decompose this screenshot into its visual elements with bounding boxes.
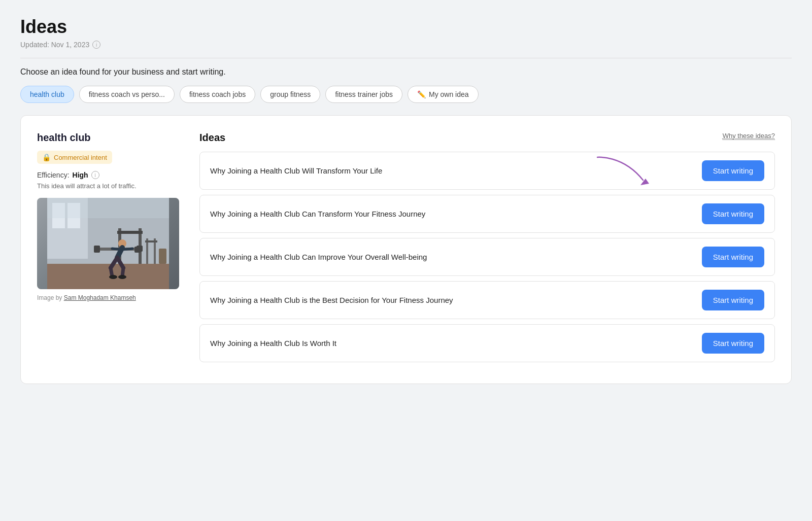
start-writing-button-4[interactable]: Start writing: [702, 290, 764, 310]
svg-point-23: [118, 275, 126, 279]
svg-rect-14: [94, 247, 100, 253]
commercial-intent-badge: 🔒 Commercial intent: [37, 151, 112, 164]
info-icon[interactable]: i: [92, 41, 100, 49]
start-writing-button-5[interactable]: Start writing: [702, 333, 764, 354]
left-panel: health club 🔒 Commercial intent Efficien…: [37, 132, 179, 367]
gym-image: [37, 198, 179, 289]
idea-text-1: Why Joining a Health Club Will Transform…: [210, 165, 694, 176]
svg-point-22: [109, 275, 117, 279]
tab-my-own-idea[interactable]: ✏️ My own idea: [408, 86, 479, 103]
tab-label: fitness coach vs perso...: [89, 90, 165, 98]
tabs-row: health club fitness coach vs perso... fi…: [20, 86, 792, 103]
idea-text-2: Why Joining a Health Club Can Transform …: [210, 209, 694, 219]
tab-fitness-coach-jobs[interactable]: fitness coach jobs: [180, 86, 255, 103]
svg-rect-26: [145, 240, 157, 242]
efficiency-row: Efficiency: High i: [37, 171, 179, 179]
svg-rect-27: [159, 249, 166, 264]
start-writing-button-1[interactable]: Start writing: [702, 160, 764, 181]
image-credit-text: Image by: [37, 294, 64, 301]
svg-rect-4: [47, 264, 169, 289]
svg-rect-28: [47, 198, 169, 218]
right-panel-header: Ideas Why these ideas?: [199, 132, 775, 144]
efficiency-desc: This idea will attract a lot of traffic.: [37, 182, 179, 190]
tab-health-club[interactable]: health club: [20, 86, 74, 103]
svg-rect-7: [117, 231, 143, 234]
efficiency-info-icon[interactable]: i: [91, 171, 99, 179]
right-panel: Ideas Why these ideas? Why Joining a Hea…: [199, 132, 775, 367]
tab-label: fitness coach jobs: [189, 90, 246, 98]
efficiency-value: High: [73, 171, 88, 179]
tab-fitness-trainer-jobs[interactable]: fitness trainer jobs: [325, 86, 402, 103]
tab-label: health club: [30, 90, 64, 98]
idea-text-3: Why Joining a Health Club Can Improve Yo…: [210, 252, 694, 262]
tab-label: My own idea: [429, 90, 469, 98]
left-panel-title: health club: [37, 132, 179, 144]
svg-rect-15: [134, 247, 141, 253]
efficiency-label: Efficiency:: [37, 171, 70, 179]
page-subtitle: Choose an idea found for your business a…: [20, 67, 792, 77]
lock-icon: 🔒: [42, 153, 51, 161]
tab-group-fitness[interactable]: group fitness: [260, 86, 320, 103]
start-writing-button-2[interactable]: Start writing: [702, 203, 764, 224]
idea-row-4: Why Joining a Health Club is the Best De…: [199, 281, 775, 319]
idea-row-1: Why Joining a Health Club Will Transform…: [199, 152, 775, 190]
page-title: Ideas: [20, 16, 792, 38]
tab-fitness-coach-vs[interactable]: fitness coach vs perso...: [79, 86, 175, 103]
svg-line-16: [112, 249, 122, 250]
tab-label: group fitness: [270, 90, 311, 98]
main-card: health club 🔒 Commercial intent Efficien…: [20, 115, 792, 384]
svg-line-17: [122, 249, 132, 250]
updated-row: Updated: Nov 1, 2023 i: [20, 41, 792, 58]
idea-text-5: Why Joining a Health Club Is Worth It: [210, 338, 694, 349]
start-writing-button-3[interactable]: Start writing: [702, 247, 764, 267]
pencil-icon: ✏️: [417, 90, 426, 98]
updated-text: Updated: Nov 1, 2023: [20, 41, 89, 49]
image-credit-link[interactable]: Sam Moghadam Khamseh: [64, 294, 136, 301]
idea-row-3: Why Joining a Health Club Can Improve Yo…: [199, 238, 775, 276]
idea-row-5: Why Joining a Health Club Is Worth It St…: [199, 324, 775, 362]
why-these-ideas-link[interactable]: Why these ideas?: [723, 132, 775, 140]
idea-text-4: Why Joining a Health Club is the Best De…: [210, 295, 694, 305]
idea-row-2: Why Joining a Health Club Can Transform …: [199, 195, 775, 233]
badge-label: Commercial intent: [54, 154, 107, 161]
image-credit: Image by Sam Moghadam Khamseh: [37, 294, 179, 301]
ideas-section-title: Ideas: [199, 132, 225, 144]
tab-label: fitness trainer jobs: [335, 90, 393, 98]
